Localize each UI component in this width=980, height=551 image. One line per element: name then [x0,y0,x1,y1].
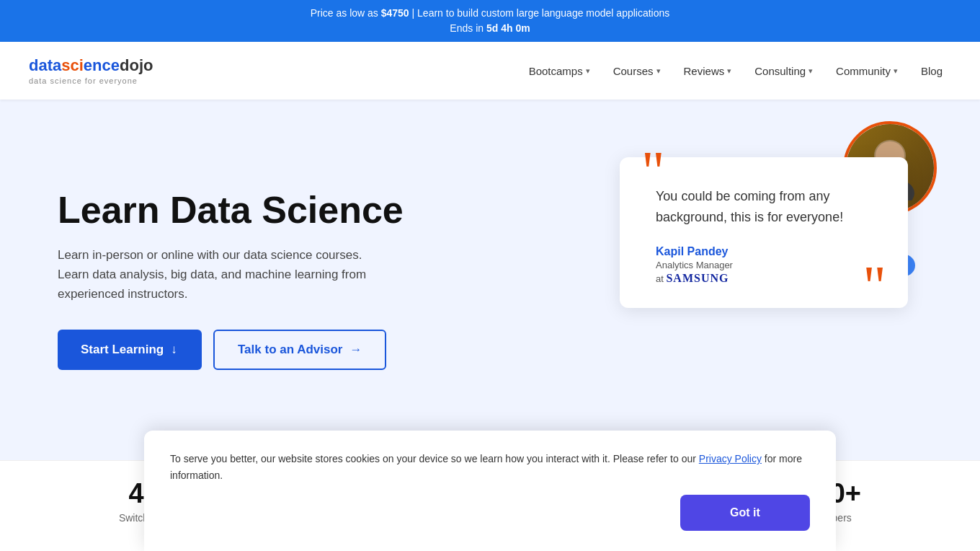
testimonial-company: at SAMSUNG [656,272,879,285]
nav-consulting-chevron: ▾ [808,66,813,76]
testimonial-company-name: SAMSUNG [666,272,729,284]
logo[interactable]: datasciencedojo data science for everyon… [29,56,153,85]
nav-item-reviews[interactable]: Reviews ▾ [675,59,741,83]
testimonial-quote: You could be coming from any background,… [656,186,879,228]
top-banner: Price as low as $4750 | Learn to build c… [0,0,980,42]
banner-timer-label: Ends in [450,22,486,34]
hero-title: Learn Data Science [58,190,404,231]
testimonial-at: at [656,273,664,284]
hero-subtitle: Learn in-person or online with our data … [58,245,389,304]
privacy-policy-link[interactable]: Privacy Policy [699,453,762,464]
nav-blog-label: Blog [921,65,943,77]
nav-item-blog[interactable]: Blog [912,59,951,83]
nav-community-chevron: ▾ [894,66,898,76]
logo-dojo-text: dojo [120,56,153,75]
banner-price: $4750 [381,7,409,19]
talk-advisor-label: Talk to an Advisor [238,343,342,357]
hero-section: Learn Data Science Learn in-person or on… [0,100,980,460]
testimonial-author: Kapil Pandey Analytics Manager at SAMSUN… [656,245,879,285]
start-learning-button[interactable]: Start Learning ↓ [58,330,202,370]
testimonial-card: " You could be coming from any backgroun… [620,157,908,308]
testimonial-author-name: Kapil Pandey [656,245,879,258]
cookie-got-it-button[interactable]: Got it [680,495,810,531]
banner-timer-value: 5d 4h 0m [486,22,530,34]
nav-item-community[interactable]: Community ▾ [827,59,906,83]
nav-bootcamps-label: Bootcamps [529,65,583,77]
nav-courses-chevron: ▾ [656,66,661,76]
start-learning-icon: ↓ [171,343,177,357]
header: datasciencedojo data science for everyon… [0,42,980,100]
hero-buttons: Start Learning ↓ Talk to an Advisor → [58,330,404,370]
quote-mark-top: " [641,143,665,200]
logo-sci-circle: sci [61,56,84,75]
nav-item-bootcamps[interactable]: Bootcamps ▾ [520,59,599,83]
logo-tagline: data science for everyone [29,76,153,85]
hero-left: Learn Data Science Learn in-person or on… [58,190,404,371]
nav-item-consulting[interactable]: Consulting ▾ [746,59,821,83]
quote-mark-bottom: " [863,257,886,315]
talk-advisor-button[interactable]: Talk to an Advisor → [213,330,386,370]
cookie-text: To serve you better, our website stores … [170,451,810,483]
banner-text-before-price: Price as low as [311,7,381,19]
nav-reviews-label: Reviews [684,65,725,77]
nav-item-courses[interactable]: Courses ▾ [605,59,669,83]
logo-data-text: data [29,56,61,75]
cookie-banner: To serve you better, our website stores … [144,431,836,541]
nav-consulting-label: Consulting [754,65,806,77]
nav-reviews-chevron: ▾ [727,66,731,76]
banner-text-after-price: | Learn to build custom large language m… [409,7,670,19]
testimonial-author-title: Analytics Manager [656,260,879,270]
nav-courses-label: Courses [613,65,654,77]
logo-ence-text: ence [84,56,120,75]
talk-advisor-icon: → [349,343,362,357]
nav-bootcamps-chevron: ▾ [586,66,590,76]
start-learning-label: Start Learning [81,343,164,357]
main-nav: Bootcamps ▾ Courses ▾ Reviews ▾ Consulti… [520,59,951,83]
nav-community-label: Community [836,65,891,77]
cookie-text-before: To serve you better, our website stores … [170,453,699,464]
hero-right: " You could be coming from any backgroun… [605,143,922,417]
